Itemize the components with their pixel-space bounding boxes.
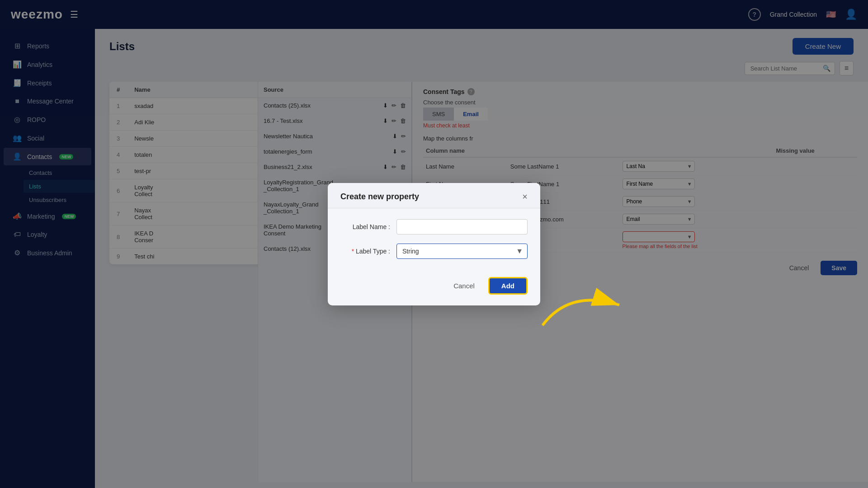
modal-add-button[interactable]: Add [488,277,528,295]
label-type-select[interactable]: String Number Boolean Date [396,244,528,259]
modal-footer: Cancel Add [328,277,540,305]
create-property-modal: Create new property × Label Name : * Lab… [328,183,540,305]
label-name-row: Label Name : [340,219,528,235]
required-star: * [352,248,354,255]
label-name-label: Label Name : [340,223,390,230]
modal-cancel-button[interactable]: Cancel [445,277,483,295]
arrow-annotation [533,280,633,334]
label-type-row: * Label Type : String Number Boolean Dat… [340,244,528,259]
label-name-input[interactable] [396,219,528,235]
label-type-select-wrap: String Number Boolean Date ▼ [396,244,528,259]
label-type-label: * Label Type : [340,248,390,255]
modal-body: Label Name : * Label Type : String Numbe… [328,208,540,277]
modal-header: Create new property × [328,183,540,208]
modal-overlay: Create new property × Label Name : * Lab… [0,0,868,488]
modal-close-button[interactable]: × [522,192,528,201]
modal-title: Create new property [340,192,419,202]
